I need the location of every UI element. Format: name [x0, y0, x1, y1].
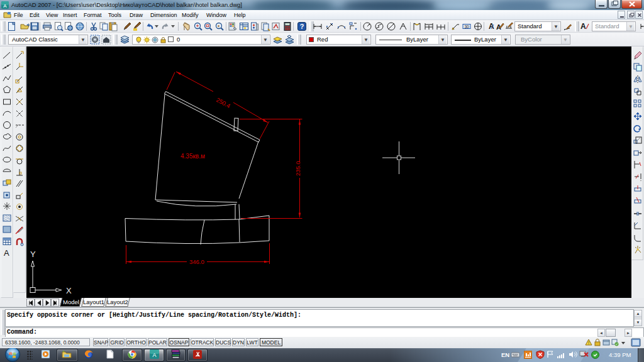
svg-text:!: !: [588, 341, 589, 345]
svg-text:346.0: 346.0: [189, 258, 204, 265]
svg-text:235.0: 235.0: [294, 161, 301, 176]
svg-text:250.4: 250.4: [215, 96, 231, 109]
svg-text:30: 30: [464, 25, 469, 29]
svg-text:?: ?: [300, 23, 304, 30]
svg-text:A: A: [4, 248, 9, 258]
svg-text:X: X: [66, 286, 72, 295]
svg-text:A: A: [152, 352, 156, 358]
svg-text:4.35кв.м: 4.35кв.м: [180, 153, 205, 160]
svg-text:A: A: [580, 22, 586, 31]
svg-text:A: A: [489, 22, 494, 31]
svg-text:Y: Y: [30, 250, 36, 259]
svg-text:A: A: [3, 3, 7, 9]
